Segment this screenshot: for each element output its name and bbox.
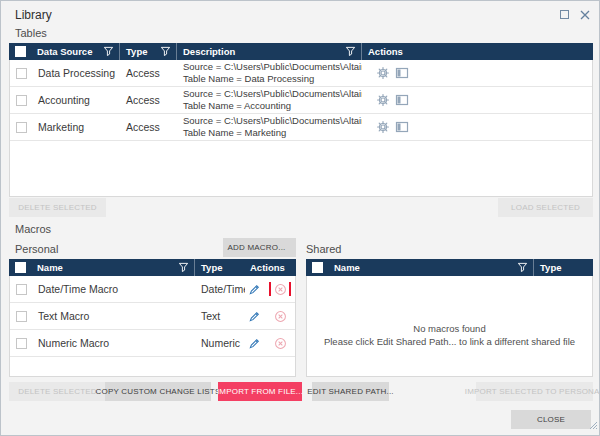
macro-type: Text: [195, 310, 245, 322]
open-table-icon[interactable]: [395, 66, 409, 80]
page-title: Library: [15, 8, 52, 22]
macros-section-label: Macros: [15, 223, 51, 235]
data-source-type: Access: [120, 67, 177, 79]
column-header-name: Name: [37, 262, 63, 273]
column-header-data-source: Data Source: [37, 46, 92, 57]
empty-state-line2: Please click Edit Shared Path... to link…: [307, 335, 592, 348]
filter-icon[interactable]: [101, 45, 115, 59]
column-header-description: Description: [183, 46, 235, 57]
table-row[interactable]: Data Processing Access Source = C:\Users…: [10, 60, 592, 87]
import-selected-to-personal-button[interactable]: IMPORT SELECTED TO PERSONAL: [476, 382, 593, 401]
description-line1: Source = C:\Users\Public\Documents\Altai…: [183, 115, 358, 127]
shared-table-header: Name Type: [306, 259, 593, 276]
filter-icon[interactable]: [158, 45, 172, 59]
copy-custom-change-lists-button[interactable]: COPY CUSTOM CHANGE LISTS: [105, 382, 211, 401]
data-source-name: Accounting: [32, 94, 120, 106]
column-header-type: Type: [201, 262, 222, 273]
delete-macro-icon[interactable]: [273, 282, 287, 296]
delete-selected-tables-button[interactable]: DELETE SELECTED: [9, 198, 106, 217]
add-macro-button[interactable]: ADD MACRO...: [223, 238, 296, 257]
row-checkbox[interactable]: [16, 122, 27, 133]
row-checkbox[interactable]: [16, 95, 27, 106]
row-checkbox[interactable]: [16, 68, 27, 79]
column-header-type: Type: [126, 46, 147, 57]
open-table-icon[interactable]: [395, 93, 409, 107]
row-checkbox[interactable]: [16, 284, 27, 295]
data-source-type: Access: [120, 121, 177, 133]
column-header-name: Name: [334, 262, 360, 273]
select-all-checkbox[interactable]: [15, 46, 26, 57]
macro-row[interactable]: Text Macro Text: [10, 303, 295, 330]
filter-icon[interactable]: [176, 261, 190, 275]
close-button[interactable]: CLOSE: [511, 410, 591, 429]
shared-macros-table: Name Type No macros found Please click E…: [306, 259, 593, 377]
macro-type: Date/Time: [195, 283, 245, 295]
description-line1: Source = C:\Users\Public\Documents\Altai…: [183, 88, 358, 100]
empty-state-message: No macros found Please click Edit Shared…: [307, 322, 592, 348]
select-all-checkbox[interactable]: [312, 262, 323, 273]
personal-macros-table: Name Type Actions Date/Time Macro Date/T…: [9, 259, 296, 377]
row-checkbox[interactable]: [16, 338, 27, 349]
description-line2: Table Name = Marketing: [183, 127, 358, 139]
highlight-annotation: [269, 282, 291, 296]
description-line2: Table Name = Data Processing: [183, 73, 358, 85]
macro-row[interactable]: Numeric Macro Numeric: [10, 330, 295, 357]
gear-icon[interactable]: [376, 93, 390, 107]
macro-name: Text Macro: [32, 310, 195, 322]
shared-label: Shared: [306, 243, 341, 255]
edit-macro-icon[interactable]: [247, 282, 261, 296]
edit-shared-path-button[interactable]: EDIT SHARED PATH...: [312, 382, 389, 401]
table-row[interactable]: Marketing Access Source = C:\Users\Publi…: [10, 114, 592, 141]
filter-icon[interactable]: [343, 45, 357, 59]
tables-section-label: Tables: [15, 27, 47, 39]
load-selected-button[interactable]: LOAD SELECTED: [498, 198, 593, 217]
delete-macro-icon[interactable]: [273, 336, 287, 350]
data-source-type: Access: [120, 94, 177, 106]
maximize-icon[interactable]: [560, 10, 569, 19]
row-checkbox[interactable]: [16, 311, 27, 322]
delete-selected-macros-button[interactable]: DELETE SELECTED: [9, 382, 106, 401]
empty-state-line1: No macros found: [307, 322, 592, 335]
library-dialog: Library Tables Data Source Type Descript…: [0, 0, 600, 436]
gear-icon[interactable]: [376, 66, 390, 80]
open-table-icon[interactable]: [395, 120, 409, 134]
data-source-name: Data Processing: [32, 67, 120, 79]
personal-label: Personal: [15, 243, 58, 255]
select-all-checkbox[interactable]: [15, 262, 26, 273]
column-header-actions: Actions: [368, 46, 403, 57]
macro-type: Numeric: [195, 337, 245, 349]
macro-name: Date/Time Macro: [32, 283, 195, 295]
gear-icon[interactable]: [376, 120, 390, 134]
edit-macro-icon[interactable]: [247, 309, 261, 323]
personal-table-body: Date/Time Macro Date/Time Text Macro Tex…: [9, 276, 296, 377]
import-from-file-button[interactable]: IMPORT FROM FILE...: [218, 382, 302, 401]
shared-table-body: No macros found Please click Edit Shared…: [306, 276, 593, 377]
table-row[interactable]: Accounting Access Source = C:\Users\Publ…: [10, 87, 592, 114]
data-source-name: Marketing: [32, 121, 120, 133]
macro-name: Numeric Macro: [32, 337, 195, 349]
close-icon[interactable]: [579, 9, 591, 21]
personal-table-header: Name Type Actions: [9, 259, 296, 276]
tables-table: Data Source Type Description Actions: [9, 43, 593, 197]
macro-row[interactable]: Date/Time Macro Date/Time: [10, 276, 295, 303]
filter-icon[interactable]: [515, 261, 529, 275]
tables-table-body: Data Processing Access Source = C:\Users…: [9, 60, 593, 197]
delete-macro-icon[interactable]: [273, 309, 287, 323]
edit-macro-icon[interactable]: [247, 336, 261, 350]
description-line1: Source = C:\Users\Public\Documents\Altai…: [183, 61, 358, 73]
tables-table-header: Data Source Type Description Actions: [9, 43, 593, 60]
column-header-actions: Actions: [250, 262, 285, 273]
resize-grip[interactable]: [589, 416, 598, 434]
column-header-type: Type: [540, 262, 561, 273]
description-line2: Table Name = Accounting: [183, 100, 358, 112]
